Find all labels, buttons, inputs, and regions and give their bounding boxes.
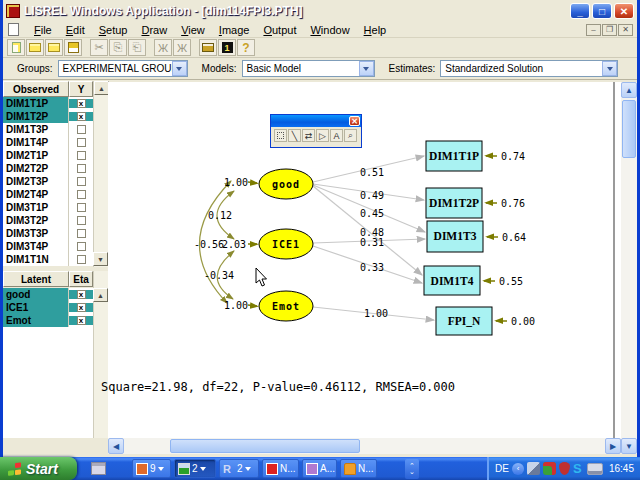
eta-checkbox[interactable]: x [77,303,86,312]
y-checkbox[interactable]: x [77,112,86,121]
menu-draw[interactable]: Draw [134,23,174,37]
y-checkbox[interactable]: x [77,99,86,108]
observed-row[interactable]: DIM3T3P [3,227,93,240]
language-indicator[interactable]: DE [495,463,509,474]
groups-combo[interactable]: EXPERIMENTAL GROUP [58,60,188,77]
maximize-button[interactable]: □ [592,3,612,19]
y-checkbox[interactable] [77,229,86,238]
estimates-combo[interactable]: Standardized Solution [440,60,618,77]
menu-output[interactable]: Output [256,23,303,37]
copy-button[interactable]: ⎘ [109,39,127,56]
observed-row[interactable]: DIM1T2Px [3,110,93,123]
taskbar-button[interactable]: A... [302,459,337,478]
observed-row[interactable]: DIM3T2P [3,214,93,227]
y-checkbox[interactable] [77,255,86,264]
security-shield-tray-icon[interactable] [559,462,570,475]
one-button[interactable]: 1 [218,39,236,56]
observed-scrollbar[interactable]: ▲ ▼ [93,81,108,267]
horizontal-scrollbar[interactable]: ◀ ▶ [108,438,621,454]
menu-window[interactable]: Window [303,23,356,37]
mdi-close-button[interactable]: ✕ [618,24,633,36]
variance-arrow-emot[interactable] [248,305,257,306]
horizontal-scroll-thumb[interactable] [170,439,360,453]
taskbar-group-button[interactable]: 9 [132,459,171,478]
vertical-scrollbar[interactable]: ▲ ▼ [621,82,637,454]
groups-dropdown-button[interactable] [172,61,187,76]
models-dropdown-button[interactable] [359,61,374,76]
observed-y-header[interactable]: Y [69,81,93,97]
scroll-down-icon[interactable]: ▼ [93,252,108,266]
latent-row[interactable]: goodx [3,288,93,301]
title-bar[interactable]: LISREL Windows Application - [dim114FPI3… [3,0,637,22]
skype-tray-icon[interactable]: S [573,462,584,475]
y-checkbox[interactable] [77,151,86,160]
paste-button[interactable]: ⎗ [128,39,146,56]
observed-row[interactable]: DIM2T1P [3,149,93,162]
observed-row[interactable]: DIM3T4P [3,240,93,253]
scroll-down-icon[interactable]: ▼ [621,438,637,454]
scroll-right-icon[interactable]: ▶ [605,438,621,454]
eta-checkbox[interactable]: x [77,316,86,325]
y-checkbox[interactable] [77,203,86,212]
variance-arrow-good[interactable] [248,182,257,183]
observed-header[interactable]: Observed [3,81,69,97]
taskbar-button[interactable]: N... [340,459,377,478]
models-combo[interactable]: Basic Model [242,60,375,77]
minimize-button[interactable]: _ [570,3,590,19]
taskbar-group-button-active[interactable]: 2 [174,459,216,478]
clock[interactable]: 16:45 [609,463,634,474]
menu-help[interactable]: Help [357,23,394,37]
taskbar-chevron-button[interactable]: ⌃⌄ [405,459,419,479]
antivirus-tray-icon[interactable] [543,462,556,475]
scroll-up-icon[interactable]: ▲ [621,82,637,98]
latent-header[interactable]: Latent [3,271,69,287]
help-button[interactable]: ? [237,39,255,56]
zoom-tool-button[interactable]: ⌕ [344,129,357,142]
scroll-up-icon[interactable]: ▲ [93,288,108,302]
y-checkbox[interactable] [77,216,86,225]
close-icon[interactable]: ✕ [349,116,360,126]
document-icon[interactable] [8,23,19,36]
menu-setup[interactable]: Setup [92,23,135,37]
flip-v-button[interactable]: Ж [173,39,191,56]
menu-view[interactable]: View [174,23,212,37]
start-button[interactable]: Start [0,457,77,480]
observed-row[interactable]: DIM2T4P [3,188,93,201]
y-checkbox[interactable] [77,125,86,134]
mdi-restore-button[interactable]: ❐ [602,24,617,36]
observed-row[interactable]: DIM2T3P [3,175,93,188]
vertical-scroll-thumb[interactable] [622,100,636,158]
y-checkbox[interactable] [77,242,86,251]
new-file-button[interactable] [7,39,25,56]
open-file-button[interactable] [26,39,44,56]
open-output-button[interactable] [45,39,63,56]
latent-scrollbar[interactable]: ▲ [93,271,108,438]
observed-row[interactable]: DIM2T2P [3,162,93,175]
drawing-toolbar[interactable]: ✕ ╲ ⇄ ▷ A ⌕ [270,114,362,148]
observed-row[interactable]: DIM3T1P [3,201,93,214]
menu-edit[interactable]: Edit [59,23,92,37]
select-tool-button[interactable] [274,129,287,142]
save-button[interactable] [64,39,82,56]
observed-row[interactable]: DIM1T4P [3,136,93,149]
latent-row[interactable]: ICE1x [3,301,93,314]
observed-row[interactable]: DIM1T1Px [3,97,93,110]
plot-tool-button[interactable]: ▷ [316,129,329,142]
hide-tray-icons-button[interactable]: ‹ [512,463,524,475]
menu-image[interactable]: Image [212,23,257,37]
observed-row[interactable]: DIM1T3P [3,123,93,136]
estimates-dropdown-button[interactable] [602,61,617,76]
eta-checkbox[interactable]: x [77,290,86,299]
scroll-up-icon[interactable]: ▲ [94,81,109,95]
close-button[interactable]: ✕ [614,3,634,19]
taskbar-group-button[interactable]: R 2 [219,459,259,478]
print-button[interactable] [199,39,217,56]
y-checkbox[interactable] [77,190,86,199]
latent-eta-header[interactable]: Eta [69,271,93,287]
y-checkbox[interactable] [77,177,86,186]
taskbar-button[interactable]: N... [262,459,299,478]
display-tray-icon[interactable] [587,463,603,475]
mdi-minimize-button[interactable]: – [586,24,601,36]
scroll-left-icon[interactable]: ◀ [108,438,124,454]
observed-row[interactable]: DIM1T1N [3,253,93,266]
